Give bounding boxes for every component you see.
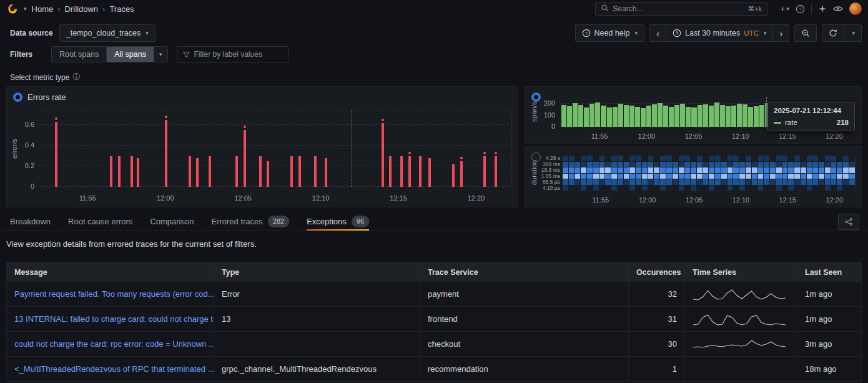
share-button[interactable] (838, 214, 859, 230)
heatmap-cell (569, 156, 575, 161)
rate-bar (561, 105, 566, 127)
heatmap-cell (629, 156, 635, 161)
refresh-button[interactable] (822, 24, 844, 42)
org-switcher-caret[interactable]: ▾ (24, 6, 27, 12)
heatmap-cell (733, 156, 739, 161)
breadcrumb-item-home[interactable]: Home (32, 4, 54, 14)
exception-message-link[interactable]: could not charge the card: rpc error: co… (7, 332, 214, 356)
duration-option[interactable] (531, 152, 541, 162)
time-range-forward-button[interactable]: › (772, 24, 789, 42)
search-bar[interactable]: ⌘+k (595, 2, 767, 16)
tab-errored-traces[interactable]: Errored traces282 (211, 212, 289, 231)
grafana-traces-drilldown-page: ▾ Home›Drilldown›Traces ⌘+k +▾ ? (0, 0, 868, 383)
heatmap-cell (794, 186, 800, 191)
heatmap-cell (831, 156, 837, 161)
radio-selected-icon[interactable] (13, 92, 22, 102)
need-help-label: Need help (594, 29, 630, 37)
crosshair (766, 97, 767, 127)
view-mode-button[interactable] (833, 4, 843, 14)
grafana-logo-icon (7, 3, 18, 14)
errors-rate-option[interactable]: Errors rate (13, 92, 66, 102)
need-help-button[interactable]: ? Need help ▾ (575, 24, 645, 42)
exception-message-link[interactable]: <_MultiThreadedRendezvous of RPC that te… (7, 357, 214, 381)
heatmap-cell (697, 167, 703, 173)
rate-chart-xaxis: 11:5512:0012:0512:1012:1512:20 (561, 132, 855, 140)
tab-label: Errored traces (211, 217, 262, 226)
add-button[interactable]: +▾ (780, 4, 789, 14)
question-circle-icon: ? (582, 29, 591, 37)
tooltip-series-label: rate (785, 119, 797, 126)
heatmap-cell (801, 179, 806, 185)
info-icon[interactable]: ⓘ (72, 72, 80, 82)
all-spans-toggle[interactable]: All spans (106, 46, 154, 62)
heatmap-cell (727, 186, 733, 191)
rate-bar (691, 107, 696, 127)
heatmap-cell (636, 162, 641, 167)
heatmap-cell (569, 179, 575, 185)
heatmap-cell (831, 179, 837, 185)
heatmap-cell (642, 186, 648, 191)
heatmap-cell (642, 167, 648, 173)
search-input[interactable] (613, 4, 744, 13)
exception-message-link[interactable]: 13 INTERNAL: failed to charge card: coul… (7, 307, 214, 331)
time-range-picker[interactable]: Last 30 minutes UTC ▾ (666, 24, 773, 42)
heatmap-cell (703, 174, 709, 179)
heatmap-cell (703, 186, 709, 191)
error-bar (235, 156, 238, 187)
y-tick-label: 0.4 (25, 142, 34, 149)
radio-unselected-icon[interactable] (531, 152, 541, 162)
breadcrumb-item-drilldown[interactable]: Drilldown (65, 4, 98, 14)
span-scope-dropdown[interactable]: ▾ (154, 46, 168, 62)
tab-comparison[interactable]: Comparison (150, 212, 194, 231)
time-range-label: Last 30 minutes (685, 29, 740, 37)
heatmap-cell (764, 162, 769, 167)
zoom-out-button[interactable] (794, 24, 817, 42)
heatmap-cell (788, 167, 794, 173)
heatmap-cell (807, 186, 812, 191)
label-filter[interactable] (177, 46, 289, 62)
span-rate-option[interactable] (531, 92, 541, 102)
heatmap-cell (837, 167, 842, 173)
breadcrumb-separator: › (102, 4, 105, 14)
column-header-type: Type (214, 263, 420, 282)
breadcrumb-item-traces[interactable]: Traces (109, 4, 134, 14)
datasource-picker[interactable]: _tempo_cloud_traces ▾ (59, 24, 155, 42)
grafana-logo[interactable] (6, 2, 19, 15)
rate-bar (629, 106, 634, 127)
duration-chart-plot[interactable] (563, 156, 855, 191)
heatmap-cell (812, 162, 818, 167)
eye-icon (833, 4, 843, 14)
heatmap-cell (697, 156, 703, 161)
tab-breakdown[interactable]: Breakdown (10, 212, 51, 231)
rate-bar (613, 107, 618, 127)
table-row: <_MultiThreadedRendezvous of RPC that te… (7, 357, 861, 382)
heatmap-cell (843, 162, 849, 167)
root-spans-toggle[interactable]: Root spans (51, 46, 107, 62)
heatmap-cell (642, 162, 648, 167)
clock-icon (673, 29, 681, 37)
heatmap-cell (636, 174, 641, 179)
radio-selected-icon[interactable] (531, 92, 541, 102)
ai-assistant-button[interactable] (818, 4, 827, 13)
tab-root-cause-errors[interactable]: Root cause errors (68, 212, 132, 231)
heatmap-cell (801, 167, 806, 173)
tab-exceptions[interactable]: Exceptions96 (307, 212, 369, 231)
user-avatar[interactable] (849, 2, 862, 15)
errors-chart-plot[interactable] (41, 111, 511, 187)
help-button[interactable]: ? (796, 4, 805, 14)
time-range-back-button[interactable]: ‹ (649, 24, 666, 42)
x-tick-label: 12:15 (390, 194, 407, 202)
heatmap-cell (709, 156, 714, 161)
heatmap-cell (782, 156, 788, 161)
heatmap-cell (733, 179, 739, 185)
label-filter-input[interactable] (194, 50, 284, 59)
heatmap-cell (758, 156, 764, 161)
refresh-interval-picker[interactable]: ▾ (844, 24, 862, 42)
heatmap-cell (770, 186, 776, 191)
heatmap-cell (673, 167, 678, 173)
y-tick-label: 0 (551, 123, 555, 130)
exception-message-link[interactable]: Payment request failed. Too many request… (7, 282, 214, 306)
heatmap-cell (679, 179, 684, 185)
trace-service: frontend (420, 307, 629, 331)
heatmap-cell (794, 174, 800, 179)
